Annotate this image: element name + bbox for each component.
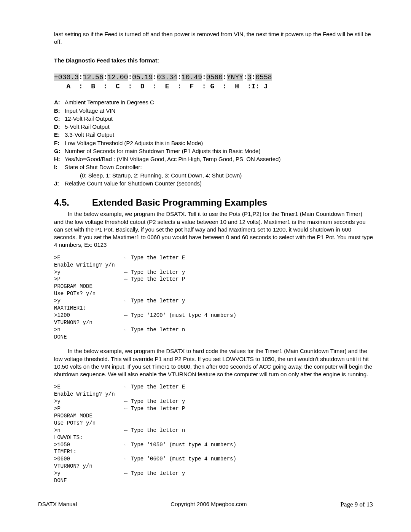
- example1-terminal: >E ← Type the letter E Enable Writing? y…: [54, 254, 373, 341]
- page-footer: DSATX Manual Copyright 2006 Mpegbox.com …: [38, 500, 373, 509]
- definition-key: [54, 172, 65, 179]
- definition-key: G:: [54, 147, 65, 155]
- footer-left: DSATX Manual: [38, 500, 77, 509]
- definition-value: Input Voltage at VIN: [65, 107, 373, 115]
- definition-row: (0: Sleep, 1: Startup, 2: Running, 3: Co…: [54, 172, 373, 179]
- definition-key: E:: [54, 131, 65, 139]
- definition-value: Relative Count Value for Shutdown Counte…: [65, 180, 373, 187]
- field-definitions: A:Ambient Temperature in Degrees CB:Inpu…: [54, 99, 373, 187]
- definition-row: B:Input Voltage at VIN: [54, 107, 373, 115]
- feed-field-D: 05.19: [132, 73, 153, 81]
- definition-value: 5-Volt Rail Output: [65, 123, 373, 131]
- feed-field-F: 10.49: [182, 73, 202, 81]
- definition-row: H:Yes/No=Good/Bad : (VIN Voltage Good, A…: [54, 155, 373, 163]
- feed-field-I: 3: [247, 73, 252, 81]
- document-page: last setting so if the Feed is turned of…: [0, 0, 411, 532]
- definition-value: 12-Volt Rail Output: [65, 115, 373, 123]
- definition-row: I:State of Shut Down Controller:: [54, 163, 373, 171]
- definition-value: Number of Seconds for main Shutdown Time…: [65, 147, 373, 155]
- definition-key: A:: [54, 99, 65, 106]
- footer-center: Copyright 2006 Mpegbox.com: [170, 500, 247, 509]
- definition-row: E:3.3-Volt Rail Output: [54, 131, 373, 139]
- definition-key: I:: [54, 163, 65, 171]
- definition-row: G:Number of Seconds for main Shutdown Ti…: [54, 147, 373, 155]
- definition-key: B:: [54, 107, 65, 115]
- feed-field-A: +030.3: [54, 73, 79, 81]
- feed-field-G: 0560: [206, 73, 223, 81]
- intro-paragraph: last setting so if the Feed is turned of…: [54, 30, 373, 46]
- definition-value: Low Voltage Threshold (P2 Adjusts this i…: [65, 139, 373, 147]
- definition-key: C:: [54, 115, 65, 123]
- definition-value: Yes/No=Good/Bad : (VIN Voltage Good, Acc…: [65, 155, 373, 163]
- definition-key: F:: [54, 139, 65, 147]
- definition-row: C:12-Volt Rail Output: [54, 115, 373, 123]
- feed-field-H: YNYY: [227, 73, 243, 81]
- footer-right: Page 9 of 13: [341, 500, 373, 509]
- definition-key: J:: [54, 180, 65, 187]
- definition-row: D:5-Volt Rail Output: [54, 123, 373, 131]
- feed-field-B: 12.56: [83, 73, 104, 81]
- definition-value: State of Shut Down Controller:: [65, 163, 373, 171]
- definition-value: 3.3-Volt Rail Output: [65, 131, 373, 139]
- diagnostic-feed-line: +030.3:12.56:12.00:05.19:03.34:10.49:056…: [54, 73, 373, 82]
- definition-row: F:Low Voltage Threshold (P2 Adjusts this…: [54, 139, 373, 147]
- section-heading: 4.5.Extended Basic Programming Examples: [54, 197, 373, 209]
- definition-value: (0: Sleep, 1: Startup, 2: Running, 3: Co…: [65, 172, 373, 179]
- definition-key: H:: [54, 155, 65, 163]
- feed-field-C: 12.00: [107, 73, 128, 81]
- feed-field-E: 03.34: [157, 73, 177, 81]
- example1-paragraph: In the below example, we program the DSA…: [54, 210, 373, 249]
- example2-paragraph: In the below example, we program the DSA…: [54, 347, 373, 378]
- section-number: 4.5.: [54, 197, 92, 209]
- definition-row: A:Ambient Temperature in Degrees C: [54, 99, 373, 106]
- definition-row: J:Relative Count Value for Shutdown Coun…: [54, 180, 373, 187]
- feed-field-J: 0558: [255, 73, 272, 81]
- example2-terminal: >E ← Type the letter E Enable Writing? y…: [54, 383, 373, 484]
- section-title: Extended Basic Programming Examples: [92, 197, 267, 208]
- definition-key: D:: [54, 123, 65, 131]
- feed-legend: A : B : C : D : E : F : G : H :I: J: [54, 82, 373, 91]
- definition-value: Ambient Temperature in Degrees C: [65, 99, 373, 106]
- feed-format-title: The Diagnostic Feed takes this format:: [54, 57, 373, 64]
